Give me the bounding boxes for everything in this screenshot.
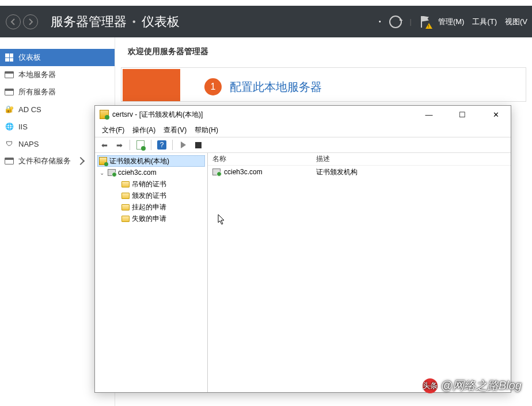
sidebar-item-label: AD CS (18, 105, 41, 114)
tree-label: 吊销的证书 (132, 179, 166, 189)
certsrv-list: 名称 描述 ccieh3c.com 证书颁发机构 (208, 153, 511, 392)
certsrv-titlebar[interactable]: certsrv - [证书颁发机构(本地)] — ☐ ✕ (95, 106, 511, 123)
folder-icon (121, 193, 130, 199)
toolbar-forward-button[interactable]: ➡ (113, 139, 125, 151)
chevron-right-icon: • (132, 17, 136, 27)
tree-server-node[interactable]: ⌄ ccieh3c.com (97, 167, 205, 178)
toolbar-play-button[interactable] (177, 139, 189, 151)
list-header: 名称 描述 (208, 153, 511, 166)
maximize-button[interactable]: ☐ (452, 110, 473, 119)
collapse-icon[interactable]: ⌄ (98, 170, 105, 176)
tree-label: 证书颁发机构(本地) (109, 156, 169, 166)
tree-pending-requests[interactable]: 挂起的申请 (97, 201, 205, 213)
step-number-badge: 1 (204, 78, 222, 95)
minimize-button[interactable]: — (419, 110, 439, 119)
menu-view[interactable]: 视图(V (505, 17, 527, 27)
close-button[interactable]: ✕ (485, 110, 506, 119)
certsrv-toolbar: ⬅ ➡ ? (95, 137, 511, 153)
separator (172, 140, 173, 150)
tree-root-ca-local[interactable]: 证书颁发机构(本地) (97, 155, 205, 167)
menu-manage[interactable]: 管理(M) (438, 17, 465, 27)
tree-label: 失败的申请 (132, 214, 166, 224)
storage-icon (5, 156, 14, 166)
welcome-heading: 欢迎使用服务器管理器 (128, 47, 526, 57)
ca-icon (99, 157, 107, 165)
sidebar-item-label: 文件和存储服务 (18, 156, 71, 166)
menu-help[interactable]: 帮助(H) (192, 124, 221, 136)
server-icon (108, 169, 116, 176)
toolbar-help-button[interactable]: ? (156, 139, 168, 151)
notifications-flag-icon[interactable] (420, 16, 430, 28)
toolbar-stop-button[interactable] (192, 139, 204, 151)
sidebar-item-local-server[interactable]: 本地服务器 (0, 66, 115, 83)
tree-label: ccieh3c.com (118, 168, 157, 177)
folder-icon (121, 204, 130, 210)
sidebar-item-dashboard[interactable]: 仪表板 (0, 49, 115, 66)
window-title-stub (0, 0, 532, 6)
warning-icon (425, 20, 432, 29)
nav-forward-button[interactable] (23, 14, 38, 29)
dashboard-icon (5, 53, 14, 62)
sidebar-item-label: IIS (18, 122, 28, 131)
separator (151, 140, 151, 150)
adcs-icon: 🔐 (5, 105, 14, 114)
naps-icon: 🛡 (5, 139, 14, 148)
iis-icon: 🌐 (5, 122, 14, 131)
menu-tools[interactable]: 工具(T) (472, 17, 497, 27)
sidebar-item-label: 本地服务器 (18, 70, 56, 80)
header-right: • | 管理(M) 工具(T) 视图(V (379, 16, 527, 28)
tree-label: 颁发的证书 (132, 191, 166, 201)
toolbar-back-button[interactable]: ⬅ (98, 139, 110, 151)
banner-accent (123, 69, 180, 101)
separator: | (410, 17, 412, 26)
dropdown-dot-icon[interactable]: • (379, 18, 381, 25)
nav-back-button[interactable] (6, 14, 21, 29)
menu-view[interactable]: 查看(V) (161, 124, 189, 136)
server-icon (212, 168, 221, 175)
tree-failed-requests[interactable]: 失败的申请 (97, 213, 205, 224)
configure-local-server-link[interactable]: 配置此本地服务器 (230, 79, 322, 95)
folder-icon (121, 216, 130, 222)
col-header-desc[interactable]: 描述 (311, 154, 511, 164)
server-icon (5, 70, 14, 79)
tree-revoked-certs[interactable]: 吊销的证书 (97, 178, 205, 190)
page-title: 仪表板 (142, 13, 180, 30)
sidebar-item-label: 所有服务器 (18, 87, 56, 97)
sidebar-item-label: NAPS (18, 140, 39, 148)
certsrv-title: certsrv - [证书颁发机构(本地)] (112, 110, 203, 120)
app-title: 服务器管理器 (51, 13, 127, 30)
refresh-icon[interactable] (389, 16, 402, 28)
certsrv-tree: 证书颁发机构(本地) ⌄ ccieh3c.com 吊销的证书 颁发的证书 挂起的… (95, 153, 208, 392)
menu-file[interactable]: 文件(F) (100, 124, 127, 136)
chevron-right-icon (77, 157, 85, 165)
list-item[interactable]: ccieh3c.com 证书颁发机构 (208, 166, 511, 178)
header-bar: 服务器管理器 • 仪表板 • | 管理(M) 工具(T) 视图(V (0, 6, 532, 37)
tree-label: 挂起的申请 (132, 202, 166, 212)
quickstart-banner: 1 配置此本地服务器 (121, 67, 526, 102)
servers-icon (5, 87, 14, 97)
col-header-name[interactable]: 名称 (208, 154, 311, 164)
certsrv-window: certsrv - [证书颁发机构(本地)] — ☐ ✕ 文件(F) 操作(A)… (94, 105, 511, 393)
list-cell-name: ccieh3c.com (224, 168, 263, 176)
folder-icon (121, 181, 130, 187)
sidebar-item-all-servers[interactable]: 所有服务器 (0, 83, 115, 101)
menu-action[interactable]: 操作(A) (130, 124, 158, 136)
tree-issued-certs[interactable]: 颁发的证书 (97, 190, 205, 201)
separator (130, 140, 130, 150)
breadcrumb: 服务器管理器 • 仪表板 (51, 13, 180, 30)
certsrv-menubar: 文件(F) 操作(A) 查看(V) 帮助(H) (95, 123, 511, 137)
list-cell-desc: 证书颁发机构 (311, 167, 511, 177)
sidebar-item-label: 仪表板 (18, 52, 41, 63)
certsrv-app-icon (100, 110, 109, 119)
toolbar-properties-button[interactable] (135, 139, 146, 151)
